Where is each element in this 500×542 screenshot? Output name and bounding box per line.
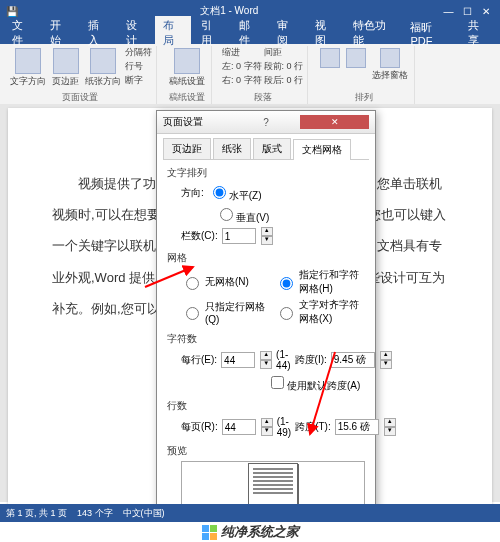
direction-label: 方向: (181, 186, 204, 200)
spacing-label: 间距 (264, 46, 304, 59)
line-span-input[interactable] (335, 419, 379, 435)
dialog-help-icon[interactable]: ? (232, 117, 301, 128)
ribbon: 文字方向 页边距 纸张方向 分隔符 行号 断字 页面设置 稿纸设置 稿纸设置 缩… (0, 44, 500, 107)
wrap-button[interactable] (344, 46, 368, 70)
hyphenation-button[interactable]: 断字 (125, 74, 152, 87)
per-line-input[interactable] (221, 352, 255, 368)
watermark: 纯净系统之家 (0, 522, 500, 542)
dlg-tab-docgrid[interactable]: 文档网格 (293, 139, 351, 160)
per-page-input[interactable] (222, 419, 256, 435)
line-numbers-button[interactable]: 行号 (125, 60, 152, 73)
spacing-after[interactable]: 段后: 0 行 (264, 74, 304, 87)
radio-horizontal[interactable]: 水平(Z) (208, 183, 262, 203)
section-text-align: 文字排列 (167, 166, 365, 180)
tab-view[interactable]: 视图 (307, 16, 343, 50)
section-line-count: 行数 (167, 399, 365, 413)
maximize-icon[interactable]: ☐ (459, 6, 475, 17)
group-paper: 稿纸设置 (169, 91, 205, 104)
line-span-label: 跨度(T): (295, 420, 331, 434)
radio-char-grid[interactable]: 指定行和字符网格(H) (275, 268, 365, 296)
spin-down-icon[interactable]: ▼ (261, 236, 273, 245)
tab-insert[interactable]: 插入 (80, 16, 116, 50)
columns-label: 栏数(C): (181, 229, 218, 243)
margins-button[interactable]: 页边距 (50, 46, 81, 90)
section-preview: 预览 (167, 444, 365, 458)
paper-button[interactable]: 稿纸设置 (167, 46, 207, 90)
watermark-logo-icon (201, 524, 217, 540)
breaks-button[interactable]: 分隔符 (125, 46, 152, 59)
dialog-close-icon[interactable]: ✕ (300, 115, 369, 129)
radio-vertical[interactable]: 垂直(V) (215, 205, 269, 225)
minimize-icon[interactable]: — (440, 6, 456, 17)
ribbon-tabs: 文件 开始 插入 设计 布局 引用 邮件 审阅 视图 特色功能 福昕PDF 共享 (0, 22, 500, 44)
section-char-count: 字符数 (167, 332, 365, 346)
per-page-range: (1-49) (277, 416, 291, 438)
page-setup-dialog: 页面设置 ? ✕ 页边距 纸张 版式 文档网格 文字排列 方向: 水平(Z) 垂… (156, 110, 376, 542)
radio-no-grid[interactable]: 无网格(N) (181, 268, 271, 296)
dialog-title: 页面设置 (163, 115, 232, 129)
indent-right[interactable]: 右: 0 字符 (222, 74, 262, 87)
spacing-before[interactable]: 段前: 0 行 (264, 60, 304, 73)
status-bar: 第 1 页, 共 1 页 143 个字 中文(中国) (0, 504, 500, 522)
tab-home[interactable]: 开始 (42, 16, 78, 50)
dlg-tab-layout[interactable]: 版式 (253, 138, 291, 159)
spin-up-icon[interactable]: ▲ (261, 227, 273, 236)
dlg-tab-paper[interactable]: 纸张 (213, 138, 251, 159)
group-arrange: 排列 (355, 91, 373, 104)
tab-review[interactable]: 审阅 (269, 16, 305, 50)
group-page-setup: 页面设置 (62, 91, 98, 104)
char-span-input[interactable] (331, 352, 375, 368)
tab-file[interactable]: 文件 (4, 16, 40, 50)
radio-line-grid[interactable]: 只指定行网格(Q) (181, 298, 271, 326)
tab-design[interactable]: 设计 (118, 16, 154, 50)
dlg-tab-margins[interactable]: 页边距 (163, 138, 211, 159)
watermark-text: 纯净系统之家 (221, 523, 299, 541)
use-default-span[interactable]: 使用默认跨度(A) (267, 373, 360, 393)
radio-align-grid[interactable]: 文字对齐字符网格(X) (275, 298, 365, 326)
section-grid: 网格 (167, 251, 365, 265)
per-page-label: 每页(R): (181, 420, 218, 434)
close-icon[interactable]: ✕ (478, 6, 494, 17)
indent-label: 缩进 (222, 46, 262, 59)
status-page[interactable]: 第 1 页, 共 1 页 (6, 507, 67, 520)
per-line-range: (1-44) (276, 349, 290, 371)
tab-references[interactable]: 引用 (193, 16, 229, 50)
quick-save-icon[interactable]: 💾 (6, 6, 18, 17)
position-button[interactable] (318, 46, 342, 70)
text-direction-button[interactable]: 文字方向 (8, 46, 48, 90)
per-line-label: 每行(E): (181, 353, 217, 367)
char-span-label: 跨度(I): (295, 353, 327, 367)
orientation-button[interactable]: 纸张方向 (83, 46, 123, 90)
selection-pane-button[interactable]: 选择窗格 (370, 46, 410, 84)
group-paragraph: 段落 (254, 91, 272, 104)
tab-layout[interactable]: 布局 (155, 16, 191, 50)
status-words[interactable]: 143 个字 (77, 507, 113, 520)
columns-input[interactable] (222, 228, 256, 244)
tab-share[interactable]: 共享 (460, 16, 496, 50)
tab-special[interactable]: 特色功能 (345, 16, 401, 50)
tab-mailings[interactable]: 邮件 (231, 16, 267, 50)
status-lang[interactable]: 中文(中国) (123, 507, 165, 520)
tab-pdf[interactable]: 福昕PDF (402, 18, 458, 49)
indent-left[interactable]: 左: 0 字符 (222, 60, 262, 73)
